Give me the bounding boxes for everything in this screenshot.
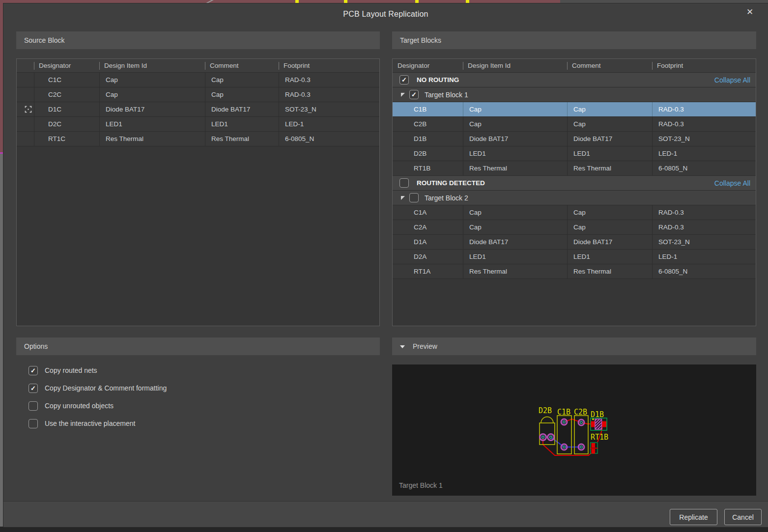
group-row[interactable]: ✓ROUTING DETECTEDCollapse All — [393, 176, 756, 191]
cell-design-item-id: Diode BAT17 — [463, 235, 567, 249]
option-label: Copy routed nets — [45, 366, 97, 374]
source-table-row[interactable]: D1CDiode BAT17Diode BAT17SOT-23_N — [17, 102, 379, 117]
column-header[interactable]: Designator — [34, 59, 99, 72]
checkmark-icon: ✓ — [30, 385, 36, 392]
column-header[interactable]: Comment — [567, 59, 652, 72]
target-table-row[interactable]: D1BDiode BAT17Diode BAT17SOT-23_N — [393, 132, 756, 146]
row-icon-cell — [17, 117, 34, 131]
dialog-footer: Replicate Cancel — [3, 501, 768, 527]
option-row[interactable]: ✓Copy Designator & Comment formatting — [28, 383, 167, 393]
cell-comment: Diode BAT17 — [205, 102, 279, 116]
cell-designator: RT1C — [34, 132, 99, 146]
preview-label: Preview — [413, 342, 437, 350]
cell-footprint: 6-0805_N — [652, 264, 756, 279]
pcb-label-d2b: D2B — [539, 406, 552, 415]
expand-triangle-icon[interactable] — [401, 196, 405, 200]
group-checkbox[interactable]: ✓ — [399, 75, 409, 84]
collapse-all-link[interactable]: Collapse All — [714, 76, 750, 84]
options-label: Options — [24, 342, 48, 350]
target-blocks-section-header: Target Blocks — [392, 31, 756, 49]
cell-design-item-id: Diode BAT17 — [463, 132, 567, 146]
target-table-row[interactable]: C1ACapCapRAD-0.3 — [393, 205, 756, 220]
source-table-row[interactable]: C2CCapCapRAD-0.3 — [17, 87, 379, 102]
cell-design-item-id: Diode BAT17 — [99, 102, 205, 116]
target-table-row[interactable]: D1ADiode BAT17Diode BAT17SOT-23_N — [393, 235, 756, 250]
block-label: Target Block 1 — [425, 91, 468, 99]
group-label: NO ROUTING — [417, 76, 459, 84]
column-header[interactable]: Footprint — [279, 59, 379, 72]
option-row[interactable]: ✓Copy unrouted objects — [28, 400, 114, 411]
pcb-component-d1b — [591, 418, 607, 430]
preview-section-header[interactable]: Preview — [392, 337, 756, 355]
target-table-row[interactable]: C2ACapCapRAD-0.3 — [393, 220, 756, 235]
option-label: Use the interactive placement — [45, 420, 135, 427]
source-table-row[interactable]: C1CCapCapRAD-0.3 — [17, 73, 379, 87]
column-header[interactable]: Design Item Id — [463, 59, 567, 72]
target-table-row[interactable]: RT1ARes ThermalRes Thermal6-0805_N — [393, 264, 756, 279]
pcb-preview-canvas: D2B C1B C2B D1B RT1B Target Block 1 — [392, 364, 756, 496]
option-checkbox[interactable]: ✓ — [28, 366, 38, 375]
cancel-button[interactable]: Cancel — [724, 509, 762, 525]
column-header[interactable]: Footprint — [652, 59, 756, 72]
target-blocks-table: DesignatorDesign Item IdCommentFootprint… — [392, 58, 756, 326]
option-checkbox[interactable]: ✓ — [28, 419, 38, 428]
target-table-row[interactable]: D2ALED1LED1LED-1 — [393, 250, 756, 264]
source-table-row[interactable]: RT1CRes ThermalRes Thermal6-0805_N — [17, 132, 379, 146]
cell-design-item-id: Cap — [99, 87, 205, 102]
row-icon-cell — [17, 132, 34, 146]
source-block-section-header: Source Block — [16, 31, 380, 49]
cell-designator: C2C — [34, 87, 99, 102]
option-row[interactable]: ✓Copy routed nets — [28, 365, 97, 376]
collapse-all-link[interactable]: Collapse All — [714, 179, 750, 187]
close-icon[interactable]: ✕ — [744, 7, 755, 18]
column-header[interactable]: Design Item Id — [99, 59, 205, 72]
row-icon-cell — [17, 102, 34, 116]
cell-comment: LED1 — [567, 250, 652, 264]
cell-footprint: RAD-0.3 — [652, 117, 756, 131]
block-checkbox[interactable]: ✓ — [409, 193, 419, 202]
target-table-row[interactable]: RT1BRes ThermalRes Thermal6-0805_N — [393, 161, 756, 176]
cell-footprint: SOT-23_N — [652, 235, 756, 249]
replicate-button[interactable]: Replicate — [670, 509, 717, 525]
checkmark-icon: ✓ — [30, 367, 36, 374]
cell-footprint: RAD-0.3 — [279, 73, 379, 87]
row-icon-cell — [17, 73, 34, 87]
crosshair-icon — [25, 106, 32, 113]
dialog-title: PCB Layout Replication — [3, 10, 768, 19]
target-table-row[interactable]: C2BCapCapRAD-0.3 — [393, 117, 756, 132]
cell-comment: Cap — [205, 87, 279, 102]
option-checkbox[interactable]: ✓ — [28, 401, 38, 411]
group-checkbox[interactable]: ✓ — [399, 178, 409, 188]
cell-footprint: SOT-23_N — [279, 102, 379, 116]
expand-triangle-icon[interactable] — [401, 93, 405, 97]
block-checkbox[interactable]: ✓ — [409, 90, 419, 99]
source-table-row[interactable]: D2CLED1LED1LED-1 — [17, 117, 379, 132]
cell-footprint: RAD-0.3 — [279, 87, 379, 102]
option-row[interactable]: ✓Use the interactive placement — [28, 418, 135, 429]
group-row[interactable]: ✓NO ROUTINGCollapse All — [393, 73, 756, 87]
target-table-row[interactable]: D2BLED1LED1LED-1 — [393, 146, 756, 161]
column-header[interactable]: Comment — [205, 59, 279, 72]
preview-caption: Target Block 1 — [399, 481, 443, 489]
pcb-preview-image: D2B C1B C2B D1B RT1B — [392, 364, 756, 496]
cell-comment: Diode BAT17 — [567, 132, 652, 146]
cell-designator: C1C — [34, 73, 99, 87]
cell-designator: C1A — [393, 205, 463, 220]
option-checkbox[interactable]: ✓ — [28, 384, 38, 393]
row-icon-cell — [17, 87, 34, 102]
checkmark-icon: ✓ — [411, 91, 417, 98]
cell-design-item-id: LED1 — [463, 146, 567, 161]
cell-footprint: SOT-23_N — [652, 132, 756, 146]
pcb-pads — [540, 419, 585, 450]
block-row[interactable]: ✓Target Block 1 — [393, 87, 756, 102]
column-header[interactable]: Designator — [393, 59, 463, 72]
pcb-label-rt1b: RT1B — [591, 433, 608, 442]
cell-designator: D1A — [393, 235, 463, 249]
group-label: ROUTING DETECTED — [417, 179, 485, 187]
target-table-row[interactable]: C1BCapCapRAD-0.3 — [393, 102, 756, 117]
cell-comment: LED1 — [205, 117, 279, 131]
cell-comment: Res Thermal — [567, 264, 652, 279]
block-row[interactable]: ✓Target Block 2 — [393, 191, 756, 205]
pcb-label-d1b: D1B — [591, 410, 604, 419]
target-blocks-label: Target Blocks — [400, 36, 441, 44]
